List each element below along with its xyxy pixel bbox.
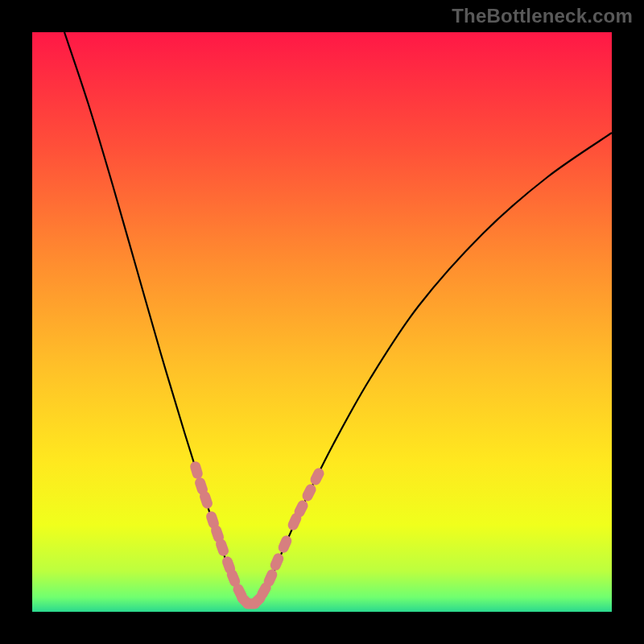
curve-marker [269, 551, 286, 572]
bottleneck-curve [64, 32, 612, 605]
marker-layer [189, 460, 326, 611]
curve-marker [189, 460, 204, 481]
watermark-text: TheBottleneck.com [452, 5, 633, 27]
svg-rect-19 [300, 482, 317, 502]
curve-marker [277, 534, 294, 554]
svg-rect-20 [308, 466, 325, 486]
curve-marker [300, 482, 317, 502]
curve-marker [308, 466, 325, 486]
svg-rect-15 [269, 551, 286, 572]
plot-area [32, 32, 612, 612]
curve-layer [32, 32, 612, 612]
outer-frame: TheBottleneck.com [0, 0, 644, 644]
svg-rect-16 [277, 534, 294, 554]
svg-rect-1 [189, 460, 204, 481]
